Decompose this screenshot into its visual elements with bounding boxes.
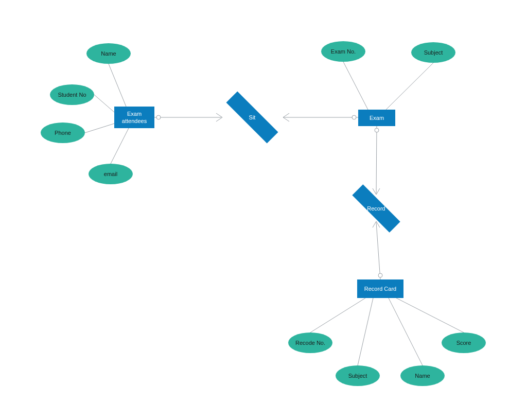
svg-point-13 [378,273,382,277]
attribute-phone: Phone [41,122,85,143]
svg-line-8 [343,62,368,110]
svg-point-5 [156,115,161,119]
connector-layer [0,0,527,420]
attribute-name: Name [86,43,131,64]
attribute-label: Recode No. [295,340,325,346]
attribute-student-no: Student No [50,84,94,105]
relationship-record: Record [360,195,393,222]
entity-label: Record Card [364,285,396,292]
attribute-subject-card: Subject [336,365,380,386]
attribute-subject-exam: Subject [411,42,455,63]
svg-line-1 [94,95,114,112]
attribute-name-card: Name [400,365,445,386]
attribute-label: Subject [424,49,443,56]
svg-line-12 [376,222,380,279]
svg-line-2 [85,124,114,133]
entity-label: Exam attendees [114,110,154,125]
svg-line-10 [376,126,377,194]
entity-label: Exam [370,114,384,121]
svg-point-7 [352,115,356,119]
svg-line-17 [396,298,464,332]
attribute-label: Subject [348,373,367,379]
attribute-label: email [104,171,117,177]
relationship-label: Sit [249,114,256,120]
relationship-sit: Sit [234,103,270,132]
attribute-label: Student No [58,92,86,98]
attribute-email: email [89,164,133,184]
attribute-recode-no: Recode No. [288,332,332,353]
svg-line-9 [386,63,433,110]
attribute-label: Name [415,373,430,379]
attribute-exam-no: Exam No. [321,41,365,62]
relationship-label: Record [367,205,385,212]
svg-line-16 [389,298,423,365]
attribute-label: Name [101,50,116,57]
entity-exam: Exam [358,110,395,126]
svg-point-11 [375,128,379,132]
entity-record-card: Record Card [357,279,403,298]
svg-line-15 [358,298,373,365]
svg-line-0 [109,64,126,107]
svg-line-14 [310,298,365,332]
attribute-label: Score [456,340,471,346]
svg-line-3 [111,128,129,164]
entity-exam-attendees: Exam attendees [114,107,154,128]
attribute-label: Exam No. [331,48,356,55]
attribute-label: Phone [55,130,71,136]
attribute-score: Score [442,332,486,353]
